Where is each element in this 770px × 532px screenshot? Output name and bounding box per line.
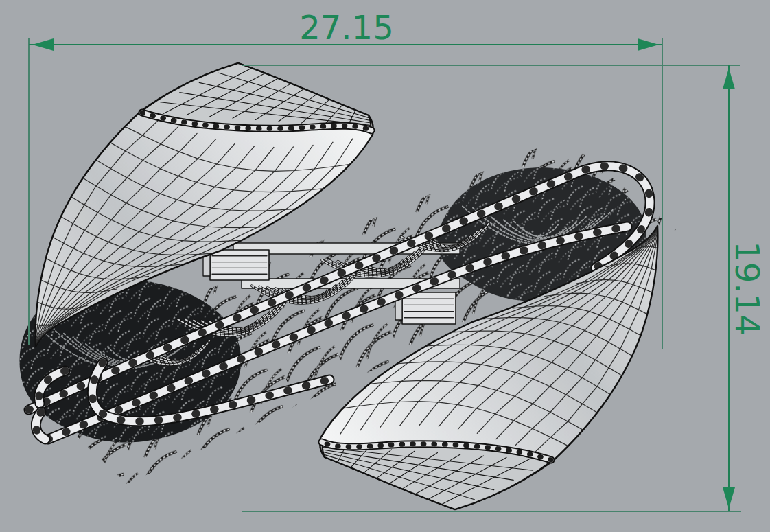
height-dimension-label[interactable]: 19.14 <box>728 241 767 335</box>
dim-arrow-left <box>32 38 54 51</box>
dim-arrow-top <box>723 68 735 89</box>
dimension-horizontal[interactable]: 27.15 <box>29 8 662 51</box>
wireframe-model[interactable] <box>10 63 676 509</box>
model-scene[interactable]: 27.15 19.14 <box>0 0 770 532</box>
dimension-vertical[interactable]: 19.14 <box>723 65 767 511</box>
dim-arrow-bottom <box>723 487 735 509</box>
width-dimension-label[interactable]: 27.15 <box>299 8 393 47</box>
dim-arrow-right <box>638 38 659 51</box>
cad-viewport[interactable]: 27.15 19.14 <box>0 0 770 532</box>
